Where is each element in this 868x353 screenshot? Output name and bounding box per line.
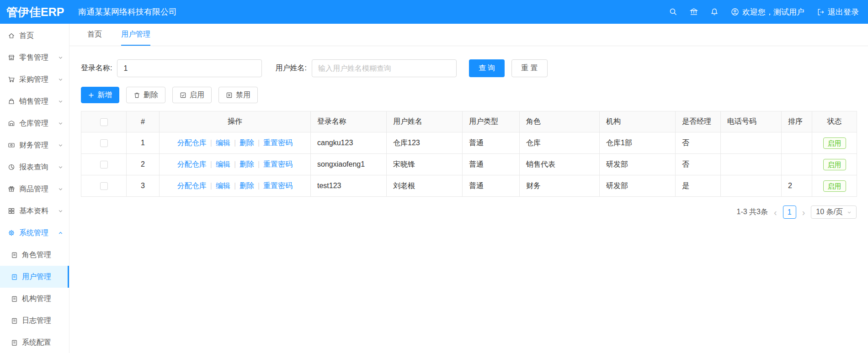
logout-button[interactable]: 退出登录 bbox=[817, 7, 859, 17]
tab-user-management[interactable]: 用户管理 bbox=[121, 24, 150, 46]
tab-home[interactable]: 首页 bbox=[87, 24, 102, 46]
sidebar-item-system-config[interactable]: 系统配置 bbox=[0, 332, 69, 353]
sort-cell bbox=[782, 154, 812, 175]
page-size-select[interactable]: 10 条/页 bbox=[811, 205, 857, 219]
manager-cell: 否 bbox=[676, 154, 721, 175]
top-bar: 管伊佳ERP 南通某某网络科技有限公司 欢迎您，测试用户 退出登录 bbox=[0, 0, 868, 24]
sidebar-item-goods[interactable]: 商品管理 bbox=[0, 178, 69, 200]
user-circle-icon bbox=[731, 8, 739, 16]
sidebar-item-label: 商品管理 bbox=[19, 184, 48, 194]
op-edit-link[interactable]: 编辑 bbox=[216, 160, 230, 168]
tab-bar: 首页 用户管理 bbox=[69, 24, 868, 46]
sidebar-item-label: 财务管理 bbox=[19, 141, 48, 150]
shop-icon bbox=[8, 54, 15, 61]
op-reset-password-link[interactable]: 重置密码 bbox=[263, 182, 293, 190]
file-icon bbox=[11, 274, 18, 280]
user-type-cell: 普通 bbox=[463, 132, 520, 154]
op-assign-warehouse-link[interactable]: 分配仓库 bbox=[177, 160, 207, 168]
row-checkbox[interactable] bbox=[100, 182, 108, 190]
op-separator: | bbox=[210, 139, 212, 147]
login-name-cell: test123 bbox=[311, 175, 387, 197]
gear-icon bbox=[8, 229, 15, 237]
sidebar-item-home[interactable]: 首页 bbox=[0, 25, 69, 47]
search-icon[interactable] bbox=[669, 8, 677, 16]
add-button[interactable]: 新增 bbox=[81, 87, 119, 103]
op-delete-link[interactable]: 删除 bbox=[240, 182, 254, 190]
phone-cell bbox=[721, 154, 782, 175]
app-logo[interactable]: 管伊佳ERP bbox=[0, 5, 69, 20]
welcome-user[interactable]: 欢迎您，测试用户 bbox=[731, 7, 804, 17]
chevron-down-icon bbox=[58, 165, 63, 170]
disable-button-label: 禁用 bbox=[236, 90, 250, 100]
row-checkbox[interactable] bbox=[100, 161, 108, 169]
op-delete-link[interactable]: 删除 bbox=[240, 160, 254, 168]
op-reset-password-link[interactable]: 重置密码 bbox=[263, 160, 293, 168]
op-reset-password-link[interactable]: 重置密码 bbox=[263, 139, 293, 147]
login-name-input[interactable] bbox=[117, 59, 262, 77]
user-name-input[interactable] bbox=[312, 59, 457, 77]
sidebar-item-label: 仓库管理 bbox=[19, 119, 48, 128]
sidebar-item-label: 报表查询 bbox=[19, 163, 48, 172]
col-index: # bbox=[127, 111, 160, 132]
sidebar-item-sales[interactable]: 销售管理 bbox=[0, 90, 69, 112]
sidebar-item-role-management[interactable]: 角色管理 bbox=[0, 244, 69, 266]
enable-button[interactable]: 启用 bbox=[172, 87, 212, 103]
col-operations: 操作 bbox=[160, 111, 311, 132]
pagination: 1-3 共3条 ‹ 1 › 10 条/页 bbox=[81, 205, 857, 219]
op-separator: | bbox=[210, 160, 212, 168]
sidebar-item-label: 基本资料 bbox=[19, 206, 48, 216]
toolbar: 新增 删除 启用 禁用 bbox=[81, 87, 857, 103]
delete-button[interactable]: 删除 bbox=[126, 87, 165, 103]
prev-page-button[interactable]: ‹ bbox=[772, 208, 778, 217]
op-delete-link[interactable]: 删除 bbox=[240, 139, 254, 147]
op-edit-link[interactable]: 编辑 bbox=[216, 182, 230, 190]
select-all-checkbox[interactable] bbox=[100, 118, 108, 126]
sidebar-item-purchase[interactable]: 采购管理 bbox=[0, 68, 69, 90]
col-user-type: 用户类型 bbox=[463, 111, 520, 132]
op-assign-warehouse-link[interactable]: 分配仓库 bbox=[177, 139, 207, 147]
sidebar-item-reports[interactable]: 报表查询 bbox=[0, 156, 69, 178]
sidebar-item-system[interactable]: 系统管理 bbox=[0, 222, 69, 244]
plus-icon bbox=[88, 92, 94, 98]
sidebar-item-label: 用户管理 bbox=[22, 272, 51, 282]
query-button[interactable]: 查 询 bbox=[469, 59, 505, 77]
next-page-button[interactable]: › bbox=[801, 208, 807, 217]
sidebar-item-label: 角色管理 bbox=[22, 250, 51, 260]
op-edit-link[interactable]: 编辑 bbox=[216, 139, 230, 147]
col-user-name: 用户姓名 bbox=[387, 111, 463, 132]
op-separator: | bbox=[210, 182, 212, 190]
sidebar-item-warehouse[interactable]: 仓库管理 bbox=[0, 112, 69, 134]
chevron-down-icon bbox=[58, 143, 63, 148]
disable-button[interactable]: 禁用 bbox=[218, 87, 258, 103]
page-number-button[interactable]: 1 bbox=[783, 205, 796, 219]
sidebar-item-label: 采购管理 bbox=[19, 75, 48, 84]
sidebar-item-user-management[interactable]: 用户管理 bbox=[0, 266, 69, 288]
sidebar-item-log-management[interactable]: 日志管理 bbox=[0, 310, 69, 332]
op-separator: | bbox=[258, 182, 260, 190]
sidebar-item-label: 零售管理 bbox=[19, 53, 48, 63]
bell-icon[interactable] bbox=[710, 8, 719, 16]
sidebar-item-org-management[interactable]: 机构管理 bbox=[0, 288, 69, 310]
col-login-name: 登录名称 bbox=[311, 111, 387, 132]
sidebar-item-finance[interactable]: 财务管理 bbox=[0, 134, 69, 156]
main-layout: 首页 零售管理 采购管理 销售管理 仓库管理 财务管理 bbox=[0, 24, 868, 353]
chevron-up-icon bbox=[58, 231, 63, 236]
sidebar-item-basic-data[interactable]: 基本资料 bbox=[0, 200, 69, 222]
x-square-icon bbox=[226, 92, 233, 99]
op-assign-warehouse-link[interactable]: 分配仓库 bbox=[177, 182, 207, 190]
topbar-right: 欢迎您，测试用户 退出登录 bbox=[669, 7, 868, 17]
index-cell: 2 bbox=[127, 154, 160, 175]
sidebar-item-retail[interactable]: 零售管理 bbox=[0, 47, 69, 68]
row-checkbox[interactable] bbox=[100, 139, 108, 147]
index-cell: 3 bbox=[127, 175, 160, 197]
pie-chart-icon bbox=[8, 163, 15, 171]
bank-icon[interactable] bbox=[690, 8, 698, 16]
bag-icon bbox=[8, 98, 15, 105]
chevron-down-icon bbox=[58, 209, 63, 214]
chevron-down-icon bbox=[58, 187, 63, 192]
file-icon bbox=[11, 252, 18, 258]
reset-button[interactable]: 重 置 bbox=[511, 59, 547, 77]
logout-text: 退出登录 bbox=[828, 7, 859, 17]
role-cell: 销售代表 bbox=[520, 154, 600, 175]
home-icon bbox=[8, 32, 15, 39]
